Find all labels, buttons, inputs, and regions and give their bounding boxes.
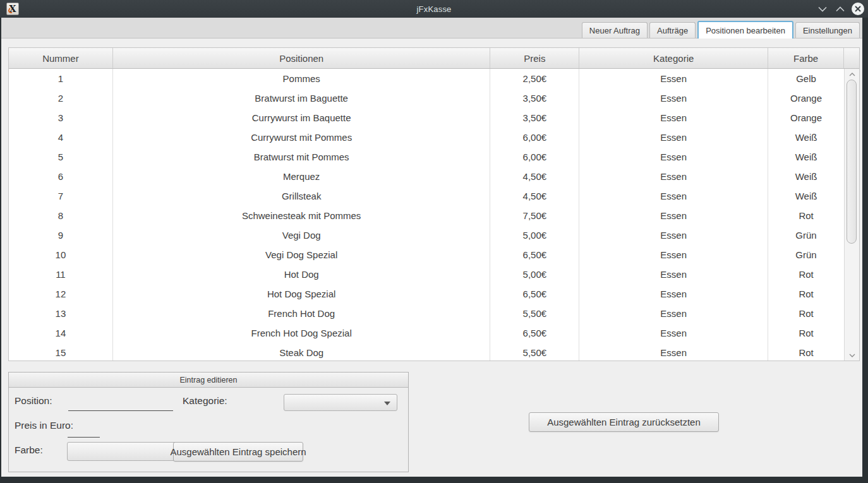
table-row[interactable]: 5Bratwurst mit Pommes6,00€EssenWeiß (9, 147, 844, 167)
tab-auftraege[interactable]: Aufträge (649, 22, 696, 38)
window-controls (816, 0, 864, 18)
table-cell-preis: 4,50€ (490, 167, 579, 186)
table-cell-position: Vegi Dog (113, 225, 491, 245)
table-cell-position: Schweinesteak mit Pommes (113, 206, 491, 225)
table-cell-nummer: 6 (9, 167, 113, 186)
table-cell-preis: 2,50€ (490, 69, 579, 88)
table-cell-kategorie: Essen (579, 186, 768, 206)
table-cell-farbe: Rot (768, 284, 844, 304)
table-cell-kategorie: Essen (579, 69, 768, 88)
table-cell-nummer: 11 (9, 265, 113, 284)
preis-input[interactable] (68, 424, 100, 438)
scroll-down-button[interactable] (845, 350, 859, 360)
table-cell-farbe: Weiß (768, 147, 844, 167)
table-cell-nummer: 15 (9, 343, 113, 361)
table-row[interactable]: 7Grillsteak4,50€EssenWeiß (9, 186, 844, 206)
kategorie-combobox[interactable] (284, 394, 397, 411)
table-row[interactable]: 1Pommes2,50€EssenGelb (9, 69, 844, 88)
table-cell-farbe: Gelb (768, 69, 844, 88)
tab-neuer-auftrag[interactable]: Neuer Auftrag (582, 22, 648, 38)
minimize-button[interactable] (816, 3, 829, 15)
table-row[interactable]: 8Schweinesteak mit Pommes7,50€EssenRot (9, 206, 844, 225)
table-cell-farbe: Rot (768, 343, 844, 361)
table-cell-farbe: Rot (768, 265, 844, 284)
table-cell-farbe: Weiß (768, 186, 844, 206)
table-body: 1Pommes2,50€EssenGelb2Bratwurst im Bague… (9, 69, 844, 361)
table-row[interactable]: 3Currywurst im Baquette3,50€EssenOrange (9, 108, 844, 128)
table-cell-farbe: Orange (768, 108, 844, 128)
table-cell-nummer: 1 (9, 69, 113, 88)
table-cell-preis: 5,00€ (490, 225, 579, 245)
position-input[interactable] (68, 397, 173, 411)
table-cell-position: French Hot Dog Spezial (113, 323, 491, 343)
table-row[interactable]: 11Hot Dog5,00€EssenRot (9, 265, 844, 284)
table-row[interactable]: 2Bratwurst im Baguette3,50€EssenOrange (9, 88, 844, 108)
table-cell-farbe: Grün (768, 225, 844, 245)
vertical-scrollbar[interactable] (844, 69, 859, 361)
position-label: Position: (15, 395, 52, 407)
table-cell-preis: 6,00€ (490, 128, 579, 147)
tab-positionen-bearbeiten[interactable]: Positionen bearbeiten (697, 21, 793, 39)
table-cell-nummer: 4 (9, 128, 113, 147)
kategorie-dropdown-arrow-icon (384, 402, 390, 405)
table-cell-kategorie: Essen (579, 128, 768, 147)
column-header-preis[interactable]: Preis (490, 48, 579, 68)
kategorie-label: Kategorie: (183, 395, 227, 407)
table-cell-kategorie: Essen (579, 206, 768, 225)
table-cell-nummer: 10 (9, 245, 113, 265)
table-cell-position: Currywurst im Baquette (113, 108, 491, 128)
table-cell-position: Grillsteak (113, 186, 491, 206)
table-cell-position: Hot Dog (113, 265, 491, 284)
table-cell-preis: 6,50€ (490, 245, 579, 265)
window-title: jFxKasse (0, 4, 868, 14)
scrollbar-thumb[interactable] (847, 80, 857, 244)
scroll-down-icon (849, 354, 855, 357)
content-area: Neuer Auftrag Aufträge Positionen bearbe… (1, 18, 862, 477)
table-cell-preis: 5,50€ (490, 304, 579, 323)
table-cell-position: Merquez (113, 167, 491, 186)
scroll-up-button[interactable] (845, 69, 859, 79)
table-cell-preis: 5,50€ (490, 343, 579, 361)
chevron-down-icon (818, 6, 827, 12)
table-row[interactable]: 9Vegi Dog5,00€EssenGrün (9, 225, 844, 245)
table-cell-preis: 6,50€ (490, 284, 579, 304)
table-cell-kategorie: Essen (579, 147, 768, 167)
table-row[interactable]: 4Currywurst mit Pommes6,00€EssenWeiß (9, 128, 844, 147)
table-cell-position: Hot Dog Spezial (113, 284, 491, 304)
table-cell-kategorie: Essen (579, 343, 768, 361)
table-cell-farbe: Rot (768, 304, 844, 323)
column-header-positionen[interactable]: Positionen (113, 48, 491, 68)
column-header-nummer[interactable]: Nummer (9, 48, 113, 68)
table-cell-kategorie: Essen (579, 88, 768, 108)
table-cell-preis: 7,50€ (490, 206, 579, 225)
table-row[interactable]: 13French Hot Dog5,50€EssenRot (9, 304, 844, 323)
maximize-button[interactable] (834, 3, 847, 15)
table-cell-farbe: Weiß (768, 167, 844, 186)
reset-entry-button[interactable]: Ausgewählten Eintrag zurücksetzten (529, 412, 719, 432)
chevron-up-icon (836, 6, 845, 12)
table-row[interactable]: 10Vegi Dog Spezial6,50€EssenGrün (9, 245, 844, 265)
table-cell-kategorie: Essen (579, 304, 768, 323)
table-cell-nummer: 3 (9, 108, 113, 128)
table-row[interactable]: 14French Hot Dog Spezial6,50€EssenRot (9, 323, 844, 343)
table-cell-position: Pommes (113, 69, 491, 88)
table-cell-kategorie: Essen (579, 108, 768, 128)
table-cell-farbe: Grün (768, 245, 844, 265)
tab-einstellungen[interactable]: Einstellungen (795, 22, 860, 38)
table-cell-nummer: 2 (9, 88, 113, 108)
table-row[interactable]: 15Steak Dog5,50€EssenRot (9, 343, 844, 361)
save-entry-button[interactable]: Ausgewählten Eintrag speichern (173, 442, 303, 462)
column-header-filler (844, 48, 859, 68)
close-button[interactable] (852, 3, 864, 15)
edit-entry-panel: Eintrag editieren Position: Kategorie: P… (8, 372, 409, 472)
column-header-farbe[interactable]: Farbe (768, 48, 844, 68)
table-row[interactable]: 12Hot Dog Spezial6,50€EssenRot (9, 284, 844, 304)
column-header-kategorie[interactable]: Kategorie (579, 48, 768, 68)
table-cell-preis: 6,50€ (490, 323, 579, 343)
table-row[interactable]: 6Merquez4,50€EssenWeiß (9, 167, 844, 186)
jfxkasse-window: { "window": { "title": "jFxKasse", "app_… (0, 0, 868, 483)
edit-panel-title: Eintrag editieren (9, 373, 408, 388)
farbe-label: Farbe: (15, 444, 43, 456)
table-cell-farbe: Rot (768, 323, 844, 343)
table-cell-nummer: 14 (9, 323, 113, 343)
